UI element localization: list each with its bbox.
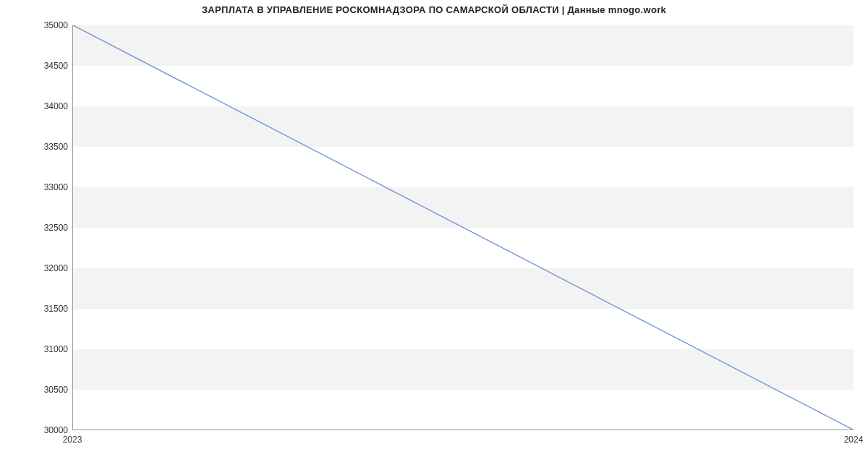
y-tick-label: 34000 [25, 101, 68, 111]
y-tick-label: 30000 [25, 425, 68, 435]
y-tick-label: 31500 [25, 304, 68, 314]
x-tick-label: 2023 [63, 435, 82, 445]
y-tick-label: 33500 [25, 142, 68, 152]
plot-wrap: 30000 30500 31000 31500 32000 32500 3300… [72, 25, 854, 430]
plot-area [72, 25, 854, 430]
x-tick-label: 2024 [844, 435, 864, 445]
y-tick-label: 31000 [25, 344, 68, 354]
y-tick-label: 30500 [25, 385, 68, 395]
chart-title: ЗАРПЛАТА В УПРАВЛЕНИЕ РОСКОМНАДЗОРА ПО С… [0, 0, 868, 15]
data-line [73, 25, 854, 430]
y-tick-label: 34500 [25, 61, 68, 71]
y-tick-label: 33000 [25, 182, 68, 192]
y-tick-label: 32000 [25, 263, 68, 273]
y-tick-label: 35000 [25, 20, 68, 30]
y-tick-label: 32500 [25, 223, 68, 233]
